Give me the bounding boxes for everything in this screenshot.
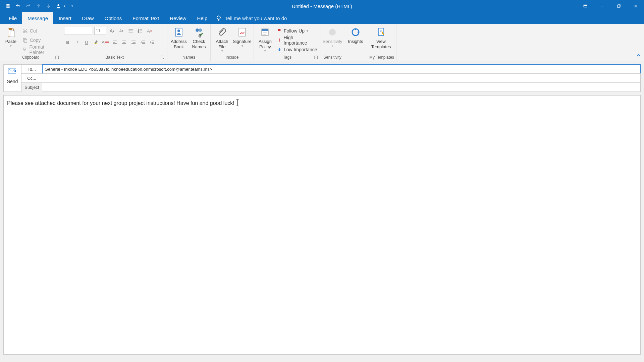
copy-button[interactable]: Copy xyxy=(21,36,60,44)
cc-field[interactable] xyxy=(42,73,641,83)
decrease-indent-button[interactable] xyxy=(139,39,147,46)
align-right-button[interactable] xyxy=(130,39,137,46)
paste-label: Paste xyxy=(5,39,16,44)
previous-item-icon[interactable] xyxy=(35,3,42,9)
dialog-launcher-icon[interactable] xyxy=(314,55,319,60)
address-book-label: Address Book xyxy=(171,39,187,49)
check-names-icon: @ xyxy=(194,27,204,38)
window-title: Untitled - Message (HTML) xyxy=(292,3,352,9)
names-group-label: Names xyxy=(182,55,195,60)
ribbon-group-basic-text: A▴ A▾ 123 A✕ B I U A xyxy=(62,24,167,61)
svg-point-22 xyxy=(129,31,129,31)
tab-message[interactable]: Message xyxy=(22,12,53,24)
ribbon-group-sensitivity: Sensitivity ▾ Sensitivity xyxy=(321,24,344,61)
bullets-button[interactable] xyxy=(127,27,135,35)
templates-icon xyxy=(376,27,386,38)
clear-formatting-button[interactable]: A✕ xyxy=(146,27,153,35)
svg-point-20 xyxy=(129,29,129,30)
to-field[interactable] xyxy=(42,64,641,74)
body-text: Please see attached document for your ne… xyxy=(7,100,234,106)
signature-label: Signature xyxy=(233,39,252,44)
subject-label: Subject xyxy=(21,82,42,92)
tab-file[interactable]: File xyxy=(3,12,22,24)
ribbon-group-clipboard: Paste ▾ Cut Copy Format Painter Clipbo xyxy=(0,24,62,61)
tell-me-search[interactable]: Tell me what you want to do xyxy=(215,12,287,24)
font-size-input[interactable] xyxy=(94,27,106,35)
redo-icon[interactable] xyxy=(25,3,32,9)
font-color-button[interactable]: A xyxy=(102,39,109,46)
underline-button[interactable]: U xyxy=(83,39,90,46)
italic-button[interactable]: I xyxy=(73,39,81,46)
svg-point-24 xyxy=(129,32,129,33)
low-importance-label: Low Importance xyxy=(284,47,317,52)
tab-insert[interactable]: Insert xyxy=(53,12,77,24)
svg-rect-58 xyxy=(279,41,280,42)
view-templates-button[interactable]: View Templates xyxy=(369,25,393,49)
tab-options[interactable]: Options xyxy=(99,12,127,24)
title-bar: ▾ ▾ Untitled - Message (HTML) xyxy=(0,0,644,12)
lightbulb-icon xyxy=(215,15,222,21)
svg-rect-14 xyxy=(10,31,15,37)
person-dropdown-icon[interactable]: ▾ xyxy=(64,4,65,8)
minimize-icon[interactable] xyxy=(594,0,610,12)
exclamation-icon xyxy=(277,38,282,43)
close-icon[interactable] xyxy=(627,0,644,12)
paste-icon xyxy=(5,27,16,38)
increase-indent-button[interactable] xyxy=(149,39,156,46)
dialog-launcher-icon[interactable] xyxy=(55,55,60,60)
ribbon-group-include: Attach File ▾ Signature ▾ Include xyxy=(211,24,254,61)
chevron-down-icon: ▾ xyxy=(10,44,12,48)
numbering-button[interactable]: 123 xyxy=(137,27,144,35)
align-center-button[interactable] xyxy=(120,39,128,46)
maximize-icon[interactable] xyxy=(610,0,627,12)
tab-help[interactable]: Help xyxy=(192,12,213,24)
highlight-button[interactable] xyxy=(92,39,100,46)
ribbon-display-icon[interactable] xyxy=(577,0,594,12)
subject-field[interactable] xyxy=(42,82,641,92)
low-importance-button[interactable]: Low Importance xyxy=(276,46,319,54)
follow-up-button[interactable]: Follow Up ▾ xyxy=(276,27,319,35)
ribbon-group-names: Address Book @ Check Names Names xyxy=(167,24,211,61)
person-icon[interactable] xyxy=(55,3,62,9)
align-left-button[interactable] xyxy=(111,39,118,46)
svg-rect-1 xyxy=(7,4,9,5)
collapse-ribbon-icon[interactable] xyxy=(636,53,641,58)
insights-icon xyxy=(350,27,361,38)
follow-up-label: Follow Up xyxy=(284,28,305,34)
cut-button[interactable]: Cut xyxy=(21,27,60,35)
brush-icon xyxy=(22,47,28,52)
font-name-input[interactable] xyxy=(64,27,92,35)
clipboard-group-label: Clipboard xyxy=(22,55,39,60)
chevron-down-icon: ▾ xyxy=(332,44,333,48)
tab-draw[interactable]: Draw xyxy=(77,12,99,24)
copy-label: Copy xyxy=(30,38,41,43)
high-importance-button[interactable]: High Importance xyxy=(276,36,319,44)
message-body[interactable]: Please see attached document for your ne… xyxy=(3,95,641,355)
signature-button[interactable]: Signature ▾ xyxy=(233,25,252,48)
check-names-button[interactable]: @ Check Names xyxy=(190,25,208,49)
assign-policy-button[interactable]: Assign Policy ▾ xyxy=(256,25,274,53)
insights-button[interactable]: Insights xyxy=(346,25,365,44)
attach-file-button[interactable]: Attach File ▾ xyxy=(213,25,231,53)
svg-rect-56 xyxy=(262,29,268,31)
tab-format-text[interactable]: Format Text xyxy=(127,12,164,24)
dialog-launcher-icon[interactable] xyxy=(160,55,165,60)
save-icon[interactable] xyxy=(5,3,11,9)
bold-button[interactable]: B xyxy=(64,39,71,46)
to-button[interactable]: To... xyxy=(21,64,42,74)
cc-button[interactable]: Cc... xyxy=(21,73,42,83)
next-item-icon[interactable] xyxy=(45,3,52,9)
svg-point-52 xyxy=(199,28,202,32)
tab-review[interactable]: Review xyxy=(164,12,192,24)
format-painter-button[interactable]: Format Painter xyxy=(21,46,60,54)
increase-font-button[interactable]: A▴ xyxy=(108,27,116,35)
send-button[interactable]: Send xyxy=(3,64,21,92)
address-book-button[interactable]: Address Book xyxy=(169,25,188,49)
sensitivity-button[interactable]: Sensitivity ▾ xyxy=(323,25,342,48)
decrease-font-button[interactable]: A▾ xyxy=(118,27,125,35)
qat-customize-icon[interactable]: ▾ xyxy=(71,4,73,8)
undo-icon[interactable] xyxy=(15,3,21,9)
paste-button[interactable]: Paste ▾ xyxy=(2,25,20,48)
svg-point-3 xyxy=(57,4,59,6)
svg-rect-18 xyxy=(24,39,27,42)
